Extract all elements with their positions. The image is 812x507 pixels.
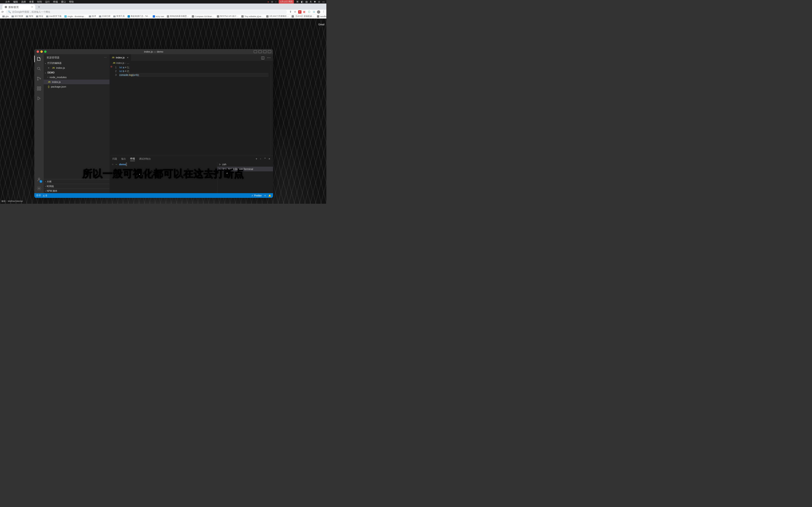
tree-indexjs[interactable]: JS index.js — [44, 79, 109, 84]
bookmark-japan[interactable]: 日本行程 — [98, 14, 111, 18]
battery-icon[interactable]: ▭ — [322, 0, 324, 3]
menu-run[interactable]: 运行 — [45, 0, 50, 3]
bookmark-zhuanyun[interactable]: 转运 — [35, 14, 44, 18]
panel-tab-terminal[interactable]: 终端 — [130, 157, 135, 161]
bluetooth-icon[interactable]: ✱ — [314, 0, 316, 3]
layout-sidebar-left-icon[interactable] — [254, 50, 257, 53]
bookmark-haitao[interactable]: 海淘 — [25, 14, 34, 18]
menu-file[interactable]: 文件 — [5, 0, 10, 3]
menu-view[interactable]: 查看 — [29, 0, 34, 3]
menu-window[interactable]: 窗口 — [61, 0, 66, 3]
record-icon[interactable]: ● — [267, 0, 269, 3]
tray-icon-1[interactable]: ⌘ — [296, 0, 299, 3]
new-terminal-icon[interactable]: + — [256, 157, 257, 161]
ext-icon-1[interactable]: R — [298, 10, 301, 14]
editor-tab-indexjs[interactable]: JS index.js × — [109, 54, 131, 61]
bookmark-sandbox[interactable]: sandbox's logo on… — [316, 15, 326, 18]
bookmark-xczy[interactable]: xczy nas — [152, 15, 165, 18]
window-zoom-icon[interactable] — [44, 50, 47, 53]
split-editor-icon[interactable]: ◫ — [261, 55, 264, 60]
ext-icon-3[interactable]: ⬡ — [308, 10, 311, 14]
ext-icon-2[interactable]: ◧ — [303, 10, 306, 14]
bt-icon[interactable]: ⊙ — [271, 0, 273, 3]
open-editor-item[interactable]: × JS index.js — [44, 65, 109, 70]
status-bell-icon[interactable]: 🔔 — [268, 194, 271, 197]
bookmark-gfw[interactable]: gfw — [1, 15, 10, 18]
explorer-more-icon[interactable]: ⋯ — [104, 56, 107, 59]
panel-tab-debug-console[interactable]: 调试控制台 — [139, 157, 151, 161]
activity-extensions-icon[interactable] — [36, 86, 42, 91]
tray-icon-3[interactable]: ▤ — [305, 0, 308, 3]
breakpoint-hover-icon[interactable] — [110, 66, 112, 68]
menu-help[interactable]: 帮助 — [69, 0, 74, 3]
line-gutter[interactable]: 1 2 3 — [109, 65, 119, 156]
ext-icon-4[interactable]: ⊙ — [312, 10, 315, 14]
status-feedback-icon[interactable]: ✧ — [264, 194, 266, 197]
activity-source-control-icon[interactable] — [36, 76, 42, 81]
browser-tab-newtab[interactable]: 新标签页 × — [2, 4, 35, 10]
project-section[interactable]: ⌄ DEMO — [44, 70, 109, 75]
maximize-panel-icon[interactable]: ⌃ — [264, 157, 266, 161]
bookmark-tools[interactable]: 常用工具 — [112, 14, 126, 18]
window-minimize-icon[interactable] — [40, 50, 43, 53]
activity-run-debug-icon[interactable] — [36, 96, 42, 101]
share-icon[interactable]: ⇪ — [289, 10, 292, 14]
minimap[interactable] — [271, 65, 273, 156]
panel-tab-output[interactable]: 输出 — [121, 157, 126, 161]
status-warnings[interactable]: ⚠ 0 — [43, 194, 47, 197]
layout-sidebar-right-icon[interactable] — [263, 50, 266, 53]
profile-icon[interactable] — [317, 10, 320, 14]
bookmark-tech[interactable]: 技术 — [88, 14, 97, 18]
tray-icon-2[interactable]: ◧ — [301, 0, 303, 3]
menubar-date[interactable]: 1月12日 周四 — [278, 0, 294, 3]
menu-terminal[interactable]: 终端 — [53, 0, 58, 3]
bookmark-gitcompare[interactable]: Compare Git Bran… — [191, 15, 215, 18]
wifi-icon[interactable]: ⊙ — [318, 0, 320, 3]
bookmark-tinyjq[interactable]: Tiny editable jQue… — [240, 15, 264, 18]
back-icon[interactable]: ‹ — [275, 0, 276, 3]
close-panel-icon[interactable]: × — [268, 157, 270, 161]
timeline-section[interactable]: › 时间线 — [44, 184, 109, 188]
bookmark-restful[interactable]: RESTful API 设计… — [216, 14, 240, 18]
new-tab-button[interactable]: + — [37, 4, 41, 9]
editor-more-icon[interactable]: ⋯ — [267, 55, 271, 60]
breadcrumb[interactable]: JS index.js › … — [109, 61, 273, 65]
status-prettier[interactable]: ✓ Prettier — [251, 194, 262, 197]
bookmark-landscape[interactable]: 简单的风景后期思… — [166, 14, 190, 18]
bookmark-ucg[interactable]: 【UCG】游戏机娱… — [291, 14, 315, 18]
bookmark-angle[interactable]: Angle - Bootstrap… — [63, 15, 87, 18]
star-icon[interactable]: ☆ — [294, 10, 297, 14]
menu-edit[interactable]: 编辑 — [13, 0, 18, 3]
bookmark-macsoft[interactable]: mac软件下载 — [45, 14, 62, 18]
menu-dots-icon[interactable]: ⋮ — [322, 10, 325, 14]
bookmark-opensource[interactable]: 3天200个开源项目… — [265, 14, 290, 18]
bookmark-meiju[interactable]: 美剧资源汇总 - Tel… — [126, 14, 151, 18]
address-input[interactable]: 🔍 在Google中搜索，或者输入一个网址 — [6, 10, 287, 14]
panel-tab-problems[interactable]: 问题 — [112, 157, 117, 161]
layout-panel-icon[interactable] — [258, 50, 262, 53]
terminal-item-zsh[interactable]: ▷ zsh — [217, 162, 273, 167]
menu-select[interactable]: 选择 — [21, 0, 26, 3]
terminal-dropdown-icon[interactable]: ⌄ — [260, 157, 261, 161]
activity-settings-icon[interactable] — [36, 186, 42, 191]
tree-packagejson[interactable]: {} package.json — [44, 84, 109, 89]
gmail-link[interactable]: Gmail — [318, 23, 324, 26]
tab-close-icon[interactable]: × — [127, 56, 128, 59]
tree-node-modules[interactable]: › node_modules — [44, 75, 109, 79]
menu-goto[interactable]: 转到 — [37, 0, 42, 3]
layout-customize-icon[interactable] — [268, 50, 271, 53]
status-errors[interactable]: ⓧ 0 — [36, 194, 40, 197]
reload-icon[interactable]: ⟳ — [1, 10, 4, 14]
editor-close-icon[interactable]: × — [48, 66, 51, 69]
bookmark-design[interactable]: 设计资源 — [11, 14, 24, 18]
activity-explorer-icon[interactable] — [36, 56, 42, 62]
activity-account-icon[interactable]: 1 — [36, 177, 42, 182]
activity-search-icon[interactable] — [36, 66, 42, 72]
tray-icon-4[interactable]: A — [310, 0, 312, 3]
tab-close-icon[interactable]: × — [31, 5, 33, 9]
window-close-icon[interactable] — [37, 50, 39, 53]
vscode-titlebar[interactable]: index.js — demo — [34, 49, 273, 54]
open-editors-section[interactable]: ⌄ 打开的编辑器 — [44, 61, 109, 65]
npm-scripts-section[interactable]: › NPM 脚本 — [44, 188, 109, 193]
code-editor[interactable]: let a = 1; let b = 2; console.log(a+b); — [119, 65, 271, 156]
